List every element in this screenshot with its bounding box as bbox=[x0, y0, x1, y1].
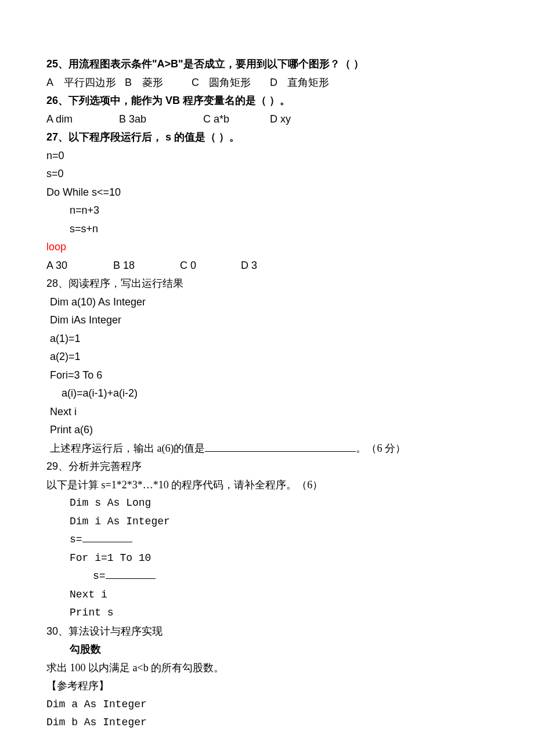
q29-c5: s= bbox=[93, 570, 106, 582]
q25-optA-lbl: A bbox=[46, 74, 64, 92]
q25-text-front: 用流程图表示条件" bbox=[68, 58, 157, 70]
q27-code-line: Do While s<=10 bbox=[46, 183, 488, 202]
q28-result-back: 。（6 分） bbox=[356, 442, 406, 454]
q26-question: 26、下列选项中，能作为 VB 程序变量名的是（ ）。 bbox=[46, 92, 488, 110]
q25-optC: 圆角矩形 bbox=[209, 74, 267, 92]
q25-emph: A>B bbox=[157, 58, 179, 70]
q28-code-line: Dim a(10) As Integer bbox=[46, 293, 488, 312]
q28-code-line: a(i)=a(i-1)+a(i-2) bbox=[46, 384, 488, 403]
q27-optA: A 30 bbox=[46, 257, 110, 275]
blank-fill bbox=[82, 542, 132, 542]
q30-subtitle: 勾股数 bbox=[46, 640, 488, 659]
q27-text-front: 以下程序段运行后， bbox=[68, 131, 163, 143]
q27-optB: B 18 bbox=[113, 257, 177, 275]
q25-options: A 平行四边形 B 菱形 C 圆角矩形 D 直角矩形 bbox=[46, 74, 488, 92]
q28-code-line: a(2)=1 bbox=[46, 348, 488, 366]
q26-optA: A dim bbox=[46, 110, 116, 129]
q29-code-line: Next i bbox=[46, 586, 488, 604]
q27-code-line: s=s+n bbox=[46, 220, 488, 239]
q25-optD: 直角矩形 bbox=[287, 74, 329, 92]
q29-title: 29、分析并完善程序 bbox=[46, 458, 488, 476]
q25-optA: 平行四边形 bbox=[64, 74, 122, 92]
q28-code-line: a(1)=1 bbox=[46, 330, 488, 348]
q30-desc: 求出 100 以内满足 a<b 的所有勾股数。 bbox=[46, 659, 488, 678]
q29-code-line: s= bbox=[46, 567, 488, 586]
q27-code-loop: loop bbox=[46, 238, 488, 257]
q29-code-line: Print s bbox=[46, 604, 488, 622]
q27-question: 27、以下程序段运行后， s 的值是（ ）。 bbox=[46, 128, 488, 147]
q29-code-line: s= bbox=[46, 531, 488, 549]
q27-code-line: n=0 bbox=[46, 147, 488, 165]
q25-optB: 菱形 bbox=[142, 74, 189, 92]
q30-code-line: Dim b As Integer bbox=[46, 714, 488, 732]
q29-desc: 以下是计算 s=1*2*3*…*10 的程序代码，请补全程序。（6） bbox=[46, 476, 488, 495]
q27-options: A 30 B 18 C 0 D 3 bbox=[46, 257, 488, 275]
q26-optD: D xy bbox=[270, 110, 291, 129]
q27-prefix: 27、 bbox=[46, 131, 68, 143]
q29-c3: s= bbox=[70, 534, 82, 545]
q25-question: 25、用流程图表示条件"A>B"是否成立，要用到以下哪个图形？（ ） bbox=[46, 55, 488, 74]
q25-optD-lbl: D bbox=[270, 74, 287, 92]
q29-code-line: Dim i As Integer bbox=[46, 513, 488, 531]
q28-result-front: 上述程序运行后，输出 a(6)的值是 bbox=[50, 442, 205, 454]
q26-optB: B 3ab bbox=[119, 110, 200, 129]
q28-code-line: Print a(6) bbox=[46, 421, 488, 440]
q26-emph: VB bbox=[165, 95, 180, 106]
q28-result: 上述程序运行后，输出 a(6)的值是。（6 分） bbox=[46, 440, 488, 458]
q26-prefix: 26、 bbox=[46, 95, 68, 106]
q30-code-line: Dim a As Integer bbox=[46, 696, 488, 714]
q29-code-line: For i=1 To 10 bbox=[46, 549, 488, 568]
q27-code-line: s=0 bbox=[46, 165, 488, 183]
q27-text-back: 的值是（ ）。 bbox=[174, 131, 240, 143]
q28-title: 28、阅读程序，写出运行结果 bbox=[46, 275, 488, 293]
q25-optC-lbl: C bbox=[192, 74, 209, 92]
q25-prefix: 25、 bbox=[46, 58, 68, 70]
q26-optC: C a*b bbox=[203, 110, 267, 129]
q29-code-line: Dim s As Long bbox=[46, 494, 488, 513]
q26-text-back: 程序变量名的是（ ）。 bbox=[180, 95, 290, 106]
q25-text-back: "是否成立，要用到以下哪个图形？（ ） bbox=[178, 58, 364, 70]
q27-code-line: n=n+3 bbox=[46, 201, 488, 220]
q27-emph: s bbox=[163, 131, 174, 143]
q27-optC: C 0 bbox=[180, 257, 238, 275]
q28-code-line: Next i bbox=[46, 403, 488, 422]
q28-code-line: Fori=3 To 6 bbox=[46, 366, 488, 385]
q27-optD: D 3 bbox=[241, 257, 257, 275]
q25-optB-lbl: B bbox=[125, 74, 142, 92]
blank-fill bbox=[205, 451, 356, 452]
q28-code-line: Dim iAs Integer bbox=[46, 311, 488, 330]
q30-title: 30、算法设计与程序实现 bbox=[46, 622, 488, 641]
q26-options: A dim B 3ab C a*b D xy bbox=[46, 110, 488, 129]
q26-text-front: 下列选项中，能作为 bbox=[68, 95, 165, 106]
blank-fill bbox=[106, 578, 156, 579]
q30-ref: 【参考程序】 bbox=[46, 677, 488, 696]
